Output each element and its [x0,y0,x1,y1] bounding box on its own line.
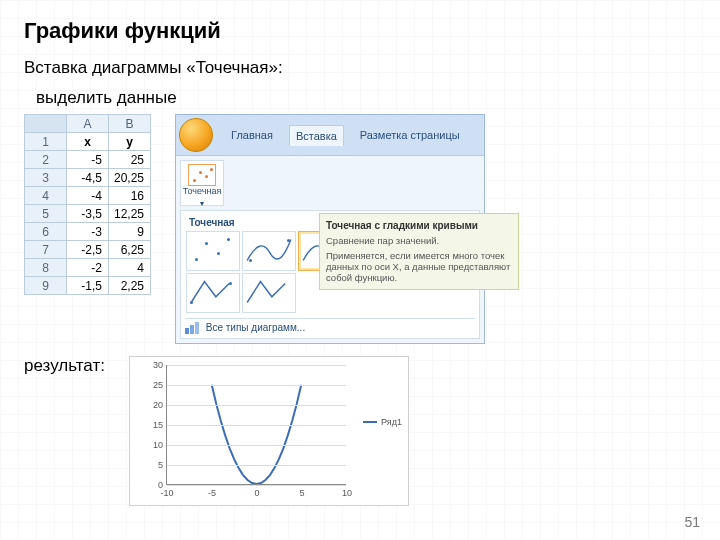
scatter-lines-thumb[interactable] [242,273,296,313]
page-title: Графики функций [24,18,696,44]
chart-icon [185,322,199,334]
cell[interactable]: -3,5 [67,205,109,223]
cell[interactable]: 6,25 [109,241,151,259]
legend-swatch [363,421,377,423]
scatter-lines-markers-thumb[interactable] [186,273,240,313]
tab-home[interactable]: Главная [225,125,279,146]
row-header[interactable]: 4 [25,187,67,205]
cell[interactable]: -5 [67,151,109,169]
col-header-b[interactable]: B [109,115,151,133]
cell[interactable]: -4,5 [67,169,109,187]
tab-insert[interactable]: Вставка [289,125,344,146]
scatter-smooth-markers-thumb[interactable] [242,231,296,271]
tab-layout[interactable]: Разметка страницы [354,125,466,146]
cell[interactable]: 2,25 [109,277,151,295]
scatter-icon [188,164,216,186]
cell[interactable]: 12,25 [109,205,151,223]
cell[interactable]: 20,25 [109,169,151,187]
table-corner[interactable] [25,115,67,133]
page-number: 51 [684,514,700,530]
all-chart-types[interactable]: Все типы диаграмм... [185,318,475,334]
row-header[interactable]: 6 [25,223,67,241]
cell[interactable]: 9 [109,223,151,241]
chart-tooltip: Точечная с гладкими кривыми Сравнение па… [319,213,519,290]
ribbon: Главная Вставка Разметка страницы Точечн… [175,114,485,344]
row-header[interactable]: 8 [25,259,67,277]
legend-label: Ряд1 [381,417,402,427]
cell[interactable]: y [109,133,151,151]
row-header[interactable]: 7 [25,241,67,259]
cell[interactable]: 4 [109,259,151,277]
col-header-a[interactable]: A [67,115,109,133]
row-header[interactable]: 1 [25,133,67,151]
result-chart[interactable]: 051015202530-10-50510 Ряд1 [129,356,409,506]
cell[interactable]: -2 [67,259,109,277]
chart-legend: Ряд1 [363,417,402,427]
cell[interactable]: -4 [67,187,109,205]
cell[interactable]: -1,5 [67,277,109,295]
cell[interactable]: 25 [109,151,151,169]
scatter-chart-button[interactable]: Точечная ▾ [180,160,224,206]
data-table[interactable]: A B 1 x y 2 -5 25 3 -4,5 20,25 4 -4 16 5… [24,114,151,295]
instruction-insert: Вставка диаграммы «Точечная»: [24,58,696,78]
result-label: результат: [24,356,105,376]
instruction-select: выделить данные [36,88,696,108]
row-header[interactable]: 9 [25,277,67,295]
scatter-markers-thumb[interactable] [186,231,240,271]
cell[interactable]: x [67,133,109,151]
row-header[interactable]: 5 [25,205,67,223]
cell[interactable]: -3 [67,223,109,241]
row-header[interactable]: 2 [25,151,67,169]
scatter-gallery: Точечная [180,210,480,339]
row-header[interactable]: 3 [25,169,67,187]
cell[interactable]: 16 [109,187,151,205]
office-orb-icon[interactable] [179,118,213,152]
chevron-down-icon: ▾ [200,199,204,208]
cell[interactable]: -2,5 [67,241,109,259]
